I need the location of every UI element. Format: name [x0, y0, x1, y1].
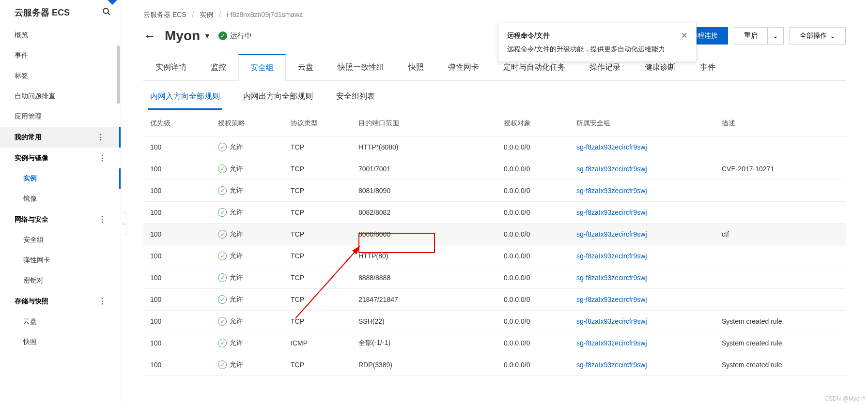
sidebar-item[interactable]: 弹性网卡 [0, 250, 121, 270]
sidebar-item[interactable]: 应用管理 [0, 106, 121, 127]
sidebar-item[interactable]: 镜像 [0, 189, 121, 209]
search-icon[interactable] [102, 7, 111, 18]
tab[interactable]: 快照一致性组 [326, 54, 396, 81]
table-row[interactable]: 100✓允许TCPHTTP(80)0.0.0.0/0sg-f8zaIx93zec… [143, 245, 846, 267]
sidebar-item[interactable]: 事件 [0, 45, 121, 66]
table-row[interactable]: 100✓允许TCP8000/80000.0.0.0/0sg-f8zaIx93ze… [143, 224, 846, 245]
tooltip-close-icon[interactable]: ✕ [681, 31, 687, 40]
table-header-row: 优先级授权策略协议类型目的端口范围授权对象所属安全组描述 [143, 110, 846, 136]
tab[interactable]: 安全组 [238, 54, 286, 81]
cell-auth-object: 0.0.0.0/0 [504, 165, 576, 173]
table-row[interactable]: 100✓允许TCP8082/80820.0.0.0/0sg-f8zaIx93ze… [143, 202, 846, 224]
sidebar-item[interactable]: 网络与安全⋮ [0, 209, 121, 230]
restart-dropdown-button[interactable]: ⌄ [767, 27, 784, 45]
cell-port-range: 全部(-1/-1) [358, 339, 504, 347]
tab[interactable]: 监控 [199, 54, 238, 81]
sidebar-item[interactable]: 云盘 [0, 312, 121, 332]
sidebar-item[interactable]: 密钥对 [0, 270, 121, 291]
security-group-link[interactable]: sg-f8zaIx93zecircfr9swj [576, 361, 647, 369]
security-group-link[interactable]: sg-f8zaIx93zecircfr9swj [576, 187, 647, 195]
table-row[interactable]: 100✓允许TCPRDP(3389)0.0.0.0/0sg-f8zaIx93ze… [143, 354, 846, 376]
cell-description: System created rule. [722, 339, 839, 347]
sidebar-item-label: 标签 [15, 72, 28, 80]
table-row[interactable]: 100✓允许TCP21847/218470.0.0.0/0sg-f8zaIx93… [143, 289, 846, 311]
table-row[interactable]: 100✓允许TCPSSH(22)0.0.0.0/0sg-f8zaIx93zeci… [143, 311, 846, 332]
cell-port-range: 8000/8000 [358, 230, 504, 238]
title-dropdown-icon[interactable]: ▼ [204, 32, 211, 40]
cell-description: ctf [722, 230, 839, 238]
sidebar-item-label: 事件 [15, 51, 28, 60]
cell-security-group: sg-f8zaIx93zecircfr9swj [576, 230, 722, 238]
sidebar-item[interactable]: 安全组 [0, 230, 121, 250]
all-operations-button[interactable]: 全部操作 ⌄ [790, 27, 846, 45]
security-group-link[interactable]: sg-f8zaIx93zecircfr9swj [576, 339, 647, 347]
back-arrow-icon[interactable]: ← [143, 29, 156, 44]
security-group-link[interactable]: sg-f8zaIx93zecircfr9swj [576, 143, 647, 151]
cell-port-range: 8888/8888 [358, 274, 504, 282]
sidebar-item[interactable]: 概览 [0, 25, 121, 45]
sidebar-item[interactable]: 存储与快照⋮ [0, 291, 121, 312]
sidebar: 云服务器 ECS 概览事件标签自助问题排查应用管理我的常用⋮实例与镜像⋮实例镜像… [0, 0, 121, 404]
cell-description: CVE-2017-10271 [722, 165, 839, 173]
tab[interactable]: 云盘 [286, 54, 326, 81]
policy-label: 允许 [230, 143, 243, 151]
sidebar-item-label: 实例与镜像 [15, 154, 48, 163]
cell-priority: 100 [150, 165, 218, 173]
security-group-link[interactable]: sg-f8zaIx93zecircfr9swj [576, 274, 647, 282]
table-row[interactable]: 100✓允许TCP7001/70010.0.0.0/0sg-f8zaIx93ze… [143, 158, 846, 180]
main: 云服务器 ECS / 实例 / i-f8z8nx8zn09j7d1smawz ←… [121, 0, 868, 404]
watermark: CSDN @Myon⁵ [824, 395, 865, 402]
policy-label: 允许 [230, 339, 243, 347]
more-icon[interactable]: ⋮ [97, 133, 105, 142]
sidebar-collapse-handle[interactable]: ‹ [121, 212, 126, 235]
sidebar-item[interactable]: 我的常用⋮ [0, 127, 121, 148]
table-row[interactable]: 100✓允许TCP8888/88880.0.0.0/0sg-f8zaIx93ze… [143, 267, 846, 289]
security-group-link[interactable]: sg-f8zaIx93zecircfr9swj [576, 209, 647, 216]
security-group-link[interactable]: sg-f8zaIx93zecircfr9swj [576, 317, 647, 325]
cell-protocol: TCP [291, 187, 358, 195]
sidebar-item[interactable]: 实例与镜像⋮ [0, 148, 121, 168]
breadcrumb-root[interactable]: 云服务器 ECS [143, 11, 186, 18]
sidebar-item-label: 存储与快照 [15, 297, 48, 306]
cell-auth-object: 0.0.0.0/0 [504, 274, 576, 282]
allow-icon: ✓ [218, 360, 227, 369]
more-icon[interactable]: ⋮ [98, 153, 106, 163]
sidebar-item-label: 自助问题排查 [15, 92, 55, 101]
sidebar-item[interactable]: 实例 [0, 168, 121, 189]
cell-security-group: sg-f8zaIx93zecircfr9swj [576, 187, 722, 195]
security-group-link[interactable]: sg-f8zaIx93zecircfr9swj [576, 252, 647, 260]
security-sub-tabs: 内网入方向全部规则内网出方向全部规则安全组列表 [121, 81, 868, 110]
tab[interactable]: 快照 [396, 54, 436, 81]
cell-security-group: sg-f8zaIx93zecircfr9swj [576, 143, 722, 151]
cell-auth-object: 0.0.0.0/0 [504, 209, 576, 216]
cell-priority: 100 [150, 209, 218, 216]
breadcrumb-section[interactable]: 实例 [200, 11, 213, 18]
cell-security-group: sg-f8zaIx93zecircfr9swj [576, 317, 722, 325]
tab[interactable]: 弹性网卡 [436, 54, 491, 81]
restart-button[interactable]: 重启 [734, 27, 767, 45]
sidebar-item[interactable]: 快照 [0, 332, 121, 352]
security-group-link[interactable]: sg-f8zaIx93zecircfr9swj [576, 296, 647, 303]
sub-tab[interactable]: 内网入方向全部规则 [148, 91, 222, 110]
cell-priority: 100 [150, 143, 218, 151]
tab[interactable]: 实例详情 [143, 54, 199, 81]
more-icon[interactable]: ⋮ [98, 297, 106, 306]
sidebar-scrollbar[interactable] [117, 45, 120, 104]
sidebar-item[interactable]: 标签 [0, 66, 121, 86]
sub-tab[interactable]: 安全组列表 [334, 91, 377, 110]
sidebar-item[interactable]: 自助问题排查 [0, 86, 121, 106]
policy-label: 允许 [230, 295, 243, 304]
sub-tab[interactable]: 内网出方向全部规则 [241, 91, 315, 110]
security-group-link[interactable]: sg-f8zaIx93zecircfr9swj [576, 165, 647, 173]
cell-policy: ✓允许 [218, 230, 291, 239]
cell-protocol: TCP [291, 230, 358, 238]
table-row[interactable]: 100✓允许TCP8081/80900.0.0.0/0sg-f8zaIx93ze… [143, 180, 846, 202]
table-row[interactable]: 100✓允许TCPHTTP*(8080)0.0.0.0/0sg-f8zaIx93… [143, 136, 846, 158]
cell-priority: 100 [150, 252, 218, 260]
table-row[interactable]: 100✓允许ICMP全部(-1/-1)0.0.0.0/0sg-f8zaIx93z… [143, 332, 846, 354]
chevron-down-icon: ⌄ [830, 32, 836, 40]
more-icon[interactable]: ⋮ [98, 215, 106, 224]
column-header: 授权策略 [218, 119, 291, 128]
security-group-link[interactable]: sg-f8zaIx93zecircfr9swj [576, 230, 647, 238]
sidebar-item-label: 快照 [23, 338, 37, 346]
